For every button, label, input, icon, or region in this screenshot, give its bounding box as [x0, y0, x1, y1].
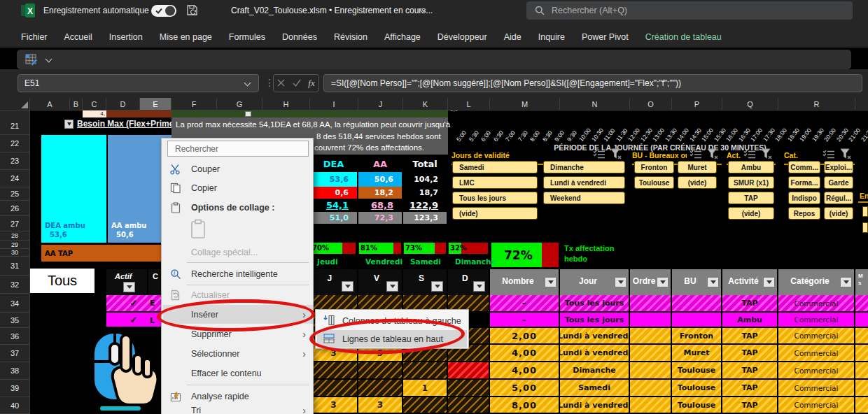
- slicer-item-vide[interactable]: (vide): [824, 207, 853, 220]
- tab-mise-en-page[interactable]: Mise en page: [151, 27, 220, 48]
- slicer-item[interactable]: [862, 206, 868, 217]
- column-header-h[interactable]: H: [262, 98, 310, 110]
- table-cell-ordre[interactable]: [630, 295, 672, 313]
- clear-filter-icon[interactable]: [706, 148, 719, 161]
- clear-filter-icon[interactable]: [610, 148, 622, 161]
- clear-filter-icon[interactable]: [839, 148, 852, 161]
- slicer-item-vide[interactable]: (vide): [678, 176, 717, 189]
- table-header-nombre[interactable]: Nombre: [490, 269, 560, 295]
- table-cell-activite[interactable]: Ambu: [722, 313, 778, 328]
- grid-cell[interactable]: 4,: [83, 110, 106, 117]
- menu-item-paste-option[interactable]: [163, 217, 313, 243]
- grid-cell[interactable]: [106, 110, 172, 117]
- column-header-n[interactable]: N: [560, 98, 630, 110]
- menu-item-effacer-le-contenu[interactable]: Effacer le contenu: [163, 364, 313, 383]
- table-cell-nombre[interactable]: 2,00: [490, 328, 560, 345]
- slicer-item-muret[interactable]: Muret: [678, 161, 717, 173]
- column-header-a[interactable]: A: [30, 98, 70, 110]
- table-cell-categorie[interactable]: Commercial: [778, 345, 855, 362]
- grid-cell[interactable]: [448, 380, 490, 397]
- menu-item-selectionner[interactable]: Sélectionner›: [163, 344, 313, 363]
- table-cell-categorie[interactable]: Commercial: [778, 397, 855, 414]
- slicer-item-tap[interactable]: TAP: [728, 192, 774, 204]
- row-header-38[interactable]: 38: [0, 362, 30, 380]
- slicer-item-exploi[interactable]: Exploi...: [824, 161, 853, 173]
- table-cell-bu[interactable]: [672, 313, 722, 328]
- table-cell-jour[interactable]: Lundi à vendredi: [560, 328, 630, 345]
- table-cell-ordre[interactable]: [630, 397, 672, 414]
- column-header-i[interactable]: I: [310, 98, 358, 110]
- row-header-39[interactable]: 39: [0, 380, 30, 397]
- confirm-formula-icon[interactable]: [293, 77, 301, 90]
- column-header-d[interactable]: D: [106, 98, 140, 110]
- table-header-actif[interactable]: Actif: [106, 269, 147, 295]
- table-cell-categorie[interactable]: Commercial: [778, 295, 855, 313]
- slicer-item-indispo[interactable]: Indispo: [788, 192, 820, 204]
- slicer-item-repos[interactable]: Repos: [788, 207, 820, 220]
- table-cell-activite[interactable]: TAP: [722, 397, 778, 414]
- table-cell-activite[interactable]: TAP: [722, 295, 778, 313]
- slicer-item-forma[interactable]: Forma...: [788, 176, 820, 189]
- tab-insertion[interactable]: Insertion: [101, 27, 151, 48]
- clear-filter-icon[interactable]: [760, 148, 773, 161]
- search-box[interactable]: Rechercher (Alt+Q): [526, 1, 853, 20]
- slicer-item-toulouse[interactable]: Toulouse: [634, 176, 674, 189]
- table-header-s[interactable]: S: [403, 269, 448, 295]
- table-header-v[interactable]: V: [358, 269, 403, 295]
- filter-dropdown-button[interactable]: [342, 281, 354, 292]
- column-header-c[interactable]: C: [83, 98, 106, 110]
- menu-item-tri[interactable]: Tri›: [163, 406, 313, 414]
- table-cell-activite[interactable]: TAP: [722, 362, 778, 380]
- autosave-toggle[interactable]: [151, 5, 176, 17]
- column-header-q[interactable]: Q: [722, 98, 778, 110]
- table-cell-bu[interactable]: Toulouse: [672, 380, 722, 397]
- row-header-27[interactable]: 27: [0, 216, 30, 231]
- select-all-corner[interactable]: [0, 98, 30, 110]
- row-header-28[interactable]: 28: [0, 231, 30, 241]
- table-cell-nombre[interactable]: 5,00: [490, 380, 560, 397]
- slicer-item-vide[interactable]: (vide): [728, 207, 774, 220]
- grid-cell[interactable]: [172, 110, 448, 117]
- table-cell-ordre[interactable]: [630, 345, 672, 362]
- table-cell-ordre[interactable]: [630, 380, 672, 397]
- table-cell-jour[interactable]: Lundi à vendredi: [560, 397, 630, 414]
- row-header-23[interactable]: 23: [0, 152, 30, 170]
- grid-cell[interactable]: [358, 380, 403, 397]
- table-cell-activite[interactable]: TAP: [722, 328, 778, 345]
- row-header-22[interactable]: 22: [0, 135, 30, 152]
- slicer-item-samedi[interactable]: Samedi: [452, 161, 538, 173]
- row-header-25[interactable]: 25: [0, 187, 30, 201]
- grid-cell[interactable]: [448, 397, 490, 414]
- table-cell-ordre[interactable]: [630, 328, 672, 345]
- menu-item-copier[interactable]: Copier: [163, 179, 313, 197]
- table-header-ordre[interactable]: Ordre: [630, 269, 672, 295]
- grid-cell[interactable]: [403, 362, 448, 380]
- column-header-f[interactable]: F: [172, 98, 217, 110]
- insert-function-icon[interactable]: fx: [308, 78, 314, 89]
- table-cell-nombre[interactable]: 4,00: [490, 362, 560, 380]
- table-header-d[interactable]: D: [448, 269, 490, 295]
- column-header-p[interactable]: P: [672, 98, 722, 110]
- slicer-item-vide[interactable]: (vide): [452, 207, 538, 220]
- tab-inquire[interactable]: Inquire: [530, 27, 573, 48]
- grid-cell[interactable]: [448, 362, 490, 380]
- menu-item-analyse-rapide[interactable]: Analyse rapide: [163, 387, 313, 406]
- filter-all-button[interactable]: Tous: [30, 269, 94, 293]
- table-format-icon[interactable]: [25, 53, 38, 69]
- tab-developpeur[interactable]: Développeur: [429, 27, 496, 48]
- row-header-35[interactable]: 35: [0, 313, 30, 328]
- table-cell-jour[interactable]: Samedi: [560, 380, 630, 397]
- slicer-item-dimanche[interactable]: Dimanche: [543, 161, 625, 173]
- table-cell-ordre[interactable]: [630, 313, 672, 328]
- table-cell-activite[interactable]: TAP: [722, 345, 778, 362]
- grid-cell[interactable]: 1: [403, 380, 448, 397]
- filter-dropdown-button[interactable]: [840, 277, 852, 287]
- filter-dropdown-button[interactable]: [123, 282, 135, 292]
- filter-dropdown-button[interactable]: [545, 277, 556, 287]
- filter-dropdown-button[interactable]: [431, 281, 443, 292]
- table-cell-bu[interactable]: Toulouse: [672, 397, 722, 414]
- grid-cell[interactable]: [310, 362, 358, 380]
- column-header-j[interactable]: J: [358, 98, 403, 110]
- table-cell-ordre[interactable]: [630, 362, 672, 380]
- grid-cell[interactable]: [310, 380, 358, 397]
